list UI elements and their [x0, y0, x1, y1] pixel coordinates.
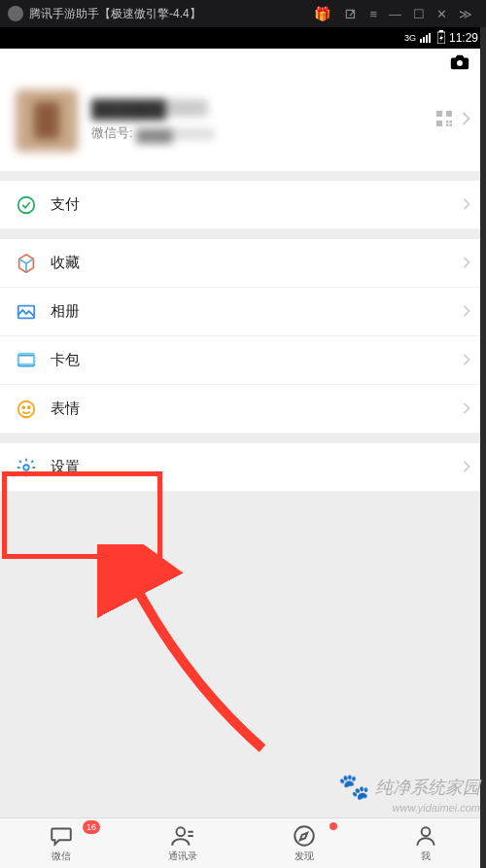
settings-icon [16, 457, 37, 478]
chevron-right-icon [463, 196, 470, 214]
chevron-right-icon [463, 459, 470, 476]
tab-me-label: 我 [421, 850, 431, 863]
svg-point-21 [28, 406, 30, 408]
tab-contacts[interactable]: 通讯录 [122, 818, 243, 868]
svg-rect-4 [429, 33, 431, 43]
svg-rect-6 [439, 30, 443, 32]
discover-icon [292, 823, 317, 849]
svg-rect-14 [450, 121, 453, 123]
menu-cards[interactable]: 卡包 [0, 336, 486, 385]
svg-rect-13 [446, 124, 449, 127]
watermark: 🐾 纯净系统家园 www.yidaimei.com [338, 772, 480, 814]
menu-favorites-label: 收藏 [51, 254, 463, 272]
profile-right-icons [436, 111, 470, 130]
qrcode-icon[interactable] [436, 111, 452, 130]
profile-info: ██████ 微信号: ████ [91, 99, 436, 142]
tab-discover-label: 发现 [295, 850, 314, 863]
tab-bar: 16 微信 通讯录 发现 我 [0, 817, 486, 868]
svg-point-7 [457, 60, 463, 66]
menu-favorites[interactable]: 收藏 [0, 239, 486, 288]
wechat-id-label: 微信号: [91, 125, 133, 140]
top-action-bar [0, 49, 486, 80]
minimize-icon[interactable]: — [383, 7, 407, 21]
album-icon [16, 301, 37, 323]
svg-point-22 [23, 465, 29, 470]
tab-me[interactable]: 我 [364, 818, 486, 868]
svg-point-15 [18, 196, 35, 213]
watermark-url: www.yidaimei.com [338, 802, 480, 814]
badge-count: 16 [83, 820, 100, 834]
expand-icon[interactable]: ≫ [453, 7, 478, 21]
nickname-text: ██████ [91, 99, 208, 117]
svg-rect-3 [426, 35, 428, 43]
tab-chat-label: 微信 [52, 850, 71, 863]
menu-settings-label: 设置 [51, 458, 463, 476]
watermark-title: 纯净系统家园 [375, 776, 480, 799]
tab-chat[interactable]: 16 微信 [0, 818, 122, 868]
annotation-arrow [97, 544, 292, 762]
tab-discover[interactable]: 发现 [243, 818, 364, 868]
contacts-icon [170, 823, 195, 849]
svg-rect-2 [423, 37, 425, 43]
favorites-icon [16, 253, 37, 274]
chevron-right-icon [463, 303, 470, 321]
menu-emoji-label: 表情 [51, 399, 463, 418]
section-gap [0, 229, 486, 239]
emulator-logo-icon [8, 6, 23, 21]
avatar [16, 89, 78, 152]
menu-album[interactable]: 相册 [0, 288, 486, 336]
app-surface: ██████ 微信号: ████ 支付 收藏 [0, 49, 486, 868]
svg-point-20 [22, 406, 24, 408]
badge-dot [330, 822, 337, 830]
wechat-id-row: 微信号: ████ [91, 124, 436, 142]
chevron-right-icon [463, 400, 470, 418]
pay-icon [16, 194, 37, 216]
menu-pay[interactable]: 支付 [0, 181, 486, 229]
svg-point-24 [295, 826, 314, 846]
svg-point-25 [421, 827, 430, 836]
emulator-title: 腾讯手游助手【极速傲引擎-4.4】 [29, 6, 306, 22]
svg-rect-11 [446, 121, 449, 123]
close-icon[interactable]: ✕ [431, 7, 453, 21]
chevron-right-icon [463, 255, 470, 272]
menu-settings[interactable]: 设置 [0, 443, 486, 492]
signal-icon [420, 31, 434, 46]
emulator-right-edge [480, 27, 486, 868]
svg-rect-1 [420, 39, 422, 43]
profile-card[interactable]: ██████ 微信号: ████ [0, 80, 486, 171]
battery-icon [437, 30, 445, 47]
chevron-right-icon [463, 352, 470, 369]
svg-point-19 [18, 400, 35, 417]
chat-icon [49, 823, 74, 849]
emulator-titlebar: 腾讯手游助手【极速傲引擎-4.4】 🎁 ≡ — ☐ ✕ ≫ [0, 0, 486, 27]
chevron-right-icon [462, 112, 470, 129]
maximize-icon[interactable]: ☐ [407, 7, 431, 21]
network-icon: 3G [404, 33, 416, 43]
android-statusbar: 3G 11:29 [0, 27, 486, 49]
section-gap [0, 434, 486, 443]
clock-text: 11:29 [449, 31, 478, 45]
svg-rect-12 [450, 124, 453, 127]
menu-pay-label: 支付 [51, 195, 463, 214]
svg-rect-8 [436, 111, 442, 117]
external-icon[interactable] [338, 6, 364, 21]
menu-album-label: 相册 [51, 302, 463, 321]
menu-icon[interactable]: ≡ [364, 7, 383, 21]
section-gap [0, 171, 486, 181]
emoji-icon [16, 399, 37, 420]
me-icon [413, 823, 438, 849]
menu-emoji[interactable]: 表情 [0, 385, 486, 434]
svg-rect-9 [446, 111, 452, 117]
cards-icon [16, 350, 37, 371]
svg-point-23 [176, 827, 185, 836]
paw-icon: 🐾 [338, 772, 369, 802]
svg-rect-10 [436, 121, 442, 126]
menu-cards-label: 卡包 [51, 351, 463, 369]
camera-icon[interactable] [449, 52, 470, 77]
gift-icon[interactable]: 🎁 [314, 6, 330, 21]
tab-contacts-label: 通讯录 [168, 850, 197, 863]
wechat-id-value: ████ [136, 128, 214, 140]
